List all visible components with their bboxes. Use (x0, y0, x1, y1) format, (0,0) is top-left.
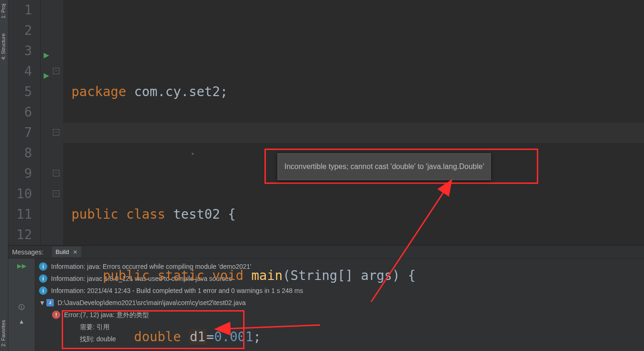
fold-icon[interactable]: − (53, 170, 59, 176)
run-class-icon[interactable]: ▶ (44, 45, 49, 65)
line-number: 7 (8, 123, 32, 143)
run-main-icon[interactable]: ▶ (44, 65, 49, 85)
info-icon[interactable]: ⓘ (17, 302, 27, 312)
svg-line-1 (226, 325, 320, 329)
left-tool-rail: 1: Proj 4: Structure 2: Favorites (0, 0, 8, 351)
gutter-icons: ▶ ▶ − − − − (41, 0, 63, 245)
caret-line-highlight (63, 123, 644, 143)
message-file[interactable]: D:\JavaDevelop\demo2021\src\main\java\co… (58, 297, 245, 309)
sidebar-tab-project[interactable]: 1: Proj (0, 1, 6, 21)
line-number: 3 (8, 41, 32, 61)
line-number: 8 (8, 143, 32, 163)
line-number: 5 (8, 82, 32, 102)
class-name: test02 (173, 207, 220, 222)
keyword-class: class (126, 207, 165, 222)
gutter-line-numbers: 1 2 3 4 5 6 7 8 9 10 11 12 (8, 0, 41, 245)
sidebar-tab-structure[interactable]: 4: Structure (0, 31, 6, 63)
info-icon: i (39, 286, 47, 295)
info-icon: i (39, 274, 47, 283)
panel-toolbar: ▶▶ ⓘ ▲ (8, 259, 35, 351)
panel-tab-build[interactable]: Build ✕ (52, 247, 81, 257)
keyword-public: public (71, 207, 118, 222)
error-tooltip: Inconvertible types; cannot cast 'double… (277, 153, 491, 180)
close-icon[interactable]: ✕ (73, 249, 77, 255)
java-file-icon: J (46, 299, 54, 306)
info-icon: i (39, 262, 47, 271)
annotation-arrow (218, 316, 329, 345)
fold-icon[interactable]: − (53, 68, 59, 74)
fold-icon[interactable]: − (53, 129, 59, 136)
warning-icon[interactable]: ▲ (17, 316, 27, 326)
line-number: 11 (8, 204, 32, 225)
rerun-icon[interactable]: ▶▶ (17, 260, 27, 271)
keyword-package: package (71, 84, 126, 99)
error-icon: ! (52, 311, 60, 319)
annotation-box (62, 310, 245, 349)
line-number: 1 (8, 0, 32, 20)
line-number: 4 (8, 61, 32, 82)
line-number: 2 (8, 20, 32, 41)
line-number: 12 (8, 225, 32, 245)
panel-title: Messages: (12, 248, 44, 256)
line-number: 10 (8, 184, 32, 204)
sidebar-tab-favorites[interactable]: 2: Favorites (0, 317, 6, 349)
fold-icon[interactable]: − (53, 190, 59, 197)
line-number: 9 (8, 163, 32, 184)
annotation-arrow (232, 181, 464, 332)
line-number: 6 (8, 102, 32, 123)
svg-line-0 (371, 189, 445, 302)
tree-expand-icon[interactable]: ▼ (39, 297, 45, 309)
package-name: com.cy.set2 (134, 84, 220, 99)
